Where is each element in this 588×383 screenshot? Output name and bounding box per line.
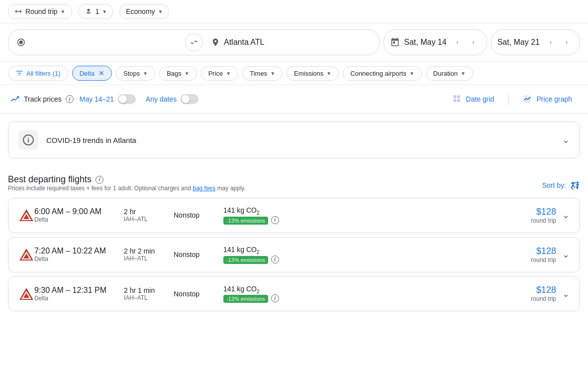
info-circle-icon [22, 134, 34, 146]
filter-icon [15, 69, 23, 77]
price-filter-button[interactable]: Price ▼ [201, 66, 239, 81]
all-filters-label: All filters (1) [26, 70, 61, 77]
covid-banner[interactable]: COVID-19 trends in Atlanta ⌄ [8, 122, 580, 158]
trip-type-label: Round trip [25, 7, 58, 15]
swap-icon [190, 38, 198, 47]
emissions-info-icon-1[interactable]: i [271, 255, 279, 263]
emissions-filter-button[interactable]: Emissions ▼ [287, 66, 339, 81]
track-info-icon[interactable]: i [66, 95, 74, 103]
origin-field[interactable]: Houston [8, 30, 185, 55]
filter-bar: All filters (1) Delta ✕ Stops ▼ Bags ▼ P… [0, 62, 588, 85]
delta-filter-label: Delta [80, 70, 95, 77]
times-label: Times [250, 70, 267, 77]
flight-expand-2[interactable]: ⌄ [562, 288, 570, 299]
sort-by-label: Sort by: [542, 181, 566, 189]
price-graph-button[interactable]: Price graph [516, 91, 578, 107]
track-prices-toggle[interactable] [118, 94, 136, 104]
covid-expand-icon: ⌄ [562, 134, 570, 145]
emissions-badge-1: -13% emissions i [223, 255, 279, 264]
all-filters-button[interactable]: All filters (1) [8, 66, 68, 81]
best-title-area: Best departing flights i Prices include … [8, 174, 246, 196]
time-range-2: 9:30 AM – 12:31 PM [34, 286, 124, 295]
times-filter-button[interactable]: Times ▼ [242, 66, 283, 81]
date1-nav: ‹ › [451, 35, 481, 49]
date2-picker[interactable]: Sat, May 21 ‹ › [491, 29, 580, 55]
date2-prev[interactable]: ‹ [544, 35, 558, 49]
price-graph-label: Price graph [536, 95, 572, 103]
emissions-label: Emissions [294, 70, 323, 77]
origin-input[interactable]: Houston [29, 38, 177, 47]
airline-1: Delta [34, 255, 124, 262]
date2-next[interactable]: › [560, 35, 574, 49]
flight-expand-0[interactable]: ⌄ [562, 210, 570, 221]
sort-icon [570, 180, 580, 190]
flight-emissions-2: 141 kg CO2 -13% emissions i [223, 285, 303, 303]
best-subtitle: Prices include required taxes + fees for… [8, 185, 246, 192]
price-label: Price [208, 70, 223, 77]
flight-emissions-1: 141 kg CO2 -13% emissions i [223, 246, 303, 264]
svg-rect-7 [453, 99, 456, 102]
emissions-val-2: 141 kg CO2 [223, 285, 303, 294]
flight-duration-1: 2 hr 2 min IAH–ATL [124, 247, 174, 262]
swap-button[interactable] [185, 33, 203, 51]
bag-fees-link[interactable]: bag fees [193, 185, 215, 192]
route-2: IAH–ATL [124, 294, 174, 301]
price-label-1: round trip [506, 256, 556, 263]
track-left: Track prices i May 14–21 [10, 94, 136, 104]
date1-picker[interactable]: Sat, May 14 ‹ › [384, 29, 487, 55]
flight-row-2[interactable]: 9:30 AM – 12:31 PM Delta 2 hr 1 min IAH–… [8, 276, 580, 312]
dur-time-1: 2 hr 2 min [124, 247, 174, 255]
date-grid-button[interactable]: Date grid [446, 91, 500, 107]
class-chevron: ▼ [158, 9, 163, 14]
class-button[interactable]: Economy ▼ [119, 4, 169, 19]
bags-chevron: ▼ [185, 71, 190, 76]
best-title: Best departing flights i [8, 174, 246, 185]
flight-time-2: 9:30 AM – 12:31 PM Delta [34, 286, 124, 302]
destination-icon [211, 37, 220, 47]
trip-type-button[interactable]: Round trip ▼ [8, 4, 72, 19]
destination-input[interactable] [224, 38, 371, 47]
emissions-val-1: 141 kg CO2 [223, 246, 303, 255]
emissions-val-0: 141 kg CO2 [223, 206, 303, 216]
time-range-1: 7:20 AM – 10:22 AM [34, 247, 124, 255]
track-divider [508, 93, 508, 105]
date1-prev[interactable]: ‹ [451, 35, 465, 49]
passengers-button[interactable]: 1 ▼ [78, 4, 114, 19]
stops-filter-button[interactable]: Stops ▼ [116, 66, 155, 81]
time-range-0: 6:00 AM – 9:00 AM [34, 207, 124, 216]
best-flights-info-icon[interactable]: i [96, 176, 103, 184]
flight-time-0: 6:00 AM – 9:00 AM Delta [34, 207, 124, 223]
track-row: Track prices i May 14–21 Any dates Date … [0, 85, 588, 114]
price-0: $128 [506, 207, 556, 217]
any-dates-toggle[interactable] [181, 94, 198, 104]
best-header: Best departing flights i Prices include … [8, 166, 580, 198]
emissions-info-icon-2[interactable]: i [271, 294, 279, 302]
connecting-filter-button[interactable]: Connecting airports ▼ [343, 66, 422, 81]
duration-filter-button[interactable]: Duration ▼ [426, 66, 473, 81]
round-trip-icon [14, 7, 22, 15]
track-date-range: May 14–21 [80, 95, 114, 103]
destination-field[interactable] [203, 30, 380, 55]
price-graph-icon [522, 94, 532, 104]
date-grid-icon [452, 94, 462, 104]
search-bar: Houston Sat, May 14 ‹ › Sa [0, 23, 588, 62]
emissions-badge-0: -13% emissions i [223, 216, 279, 225]
date1-next[interactable]: › [467, 35, 481, 49]
delta-filter-close[interactable]: ✕ [98, 69, 104, 77]
delta-logo-2 [18, 286, 34, 302]
flight-expand-1[interactable]: ⌄ [562, 249, 570, 260]
sort-by-button[interactable]: Sort by: [542, 180, 580, 190]
emissions-info-icon-0[interactable]: i [271, 216, 279, 224]
flight-stops-0: Nonstop [174, 211, 223, 219]
times-chevron: ▼ [270, 71, 275, 76]
stops-label: Stops [123, 70, 140, 77]
flight-row-0[interactable]: 6:00 AM – 9:00 AM Delta 2 hr IAH–ATL Non… [8, 198, 580, 233]
flight-row-1[interactable]: 7:20 AM – 10:22 AM Delta 2 hr 2 min IAH–… [8, 237, 580, 272]
emissions-badge-2: -13% emissions i [223, 294, 279, 303]
delta-filter-button[interactable]: Delta ✕ [72, 66, 112, 81]
bags-filter-button[interactable]: Bags ▼ [159, 66, 197, 81]
flight-price-2: $128 round trip [506, 285, 556, 302]
svg-rect-8 [457, 99, 460, 102]
connecting-chevron: ▼ [409, 71, 414, 76]
flight-duration-2: 2 hr 1 min IAH–ATL [124, 286, 174, 301]
